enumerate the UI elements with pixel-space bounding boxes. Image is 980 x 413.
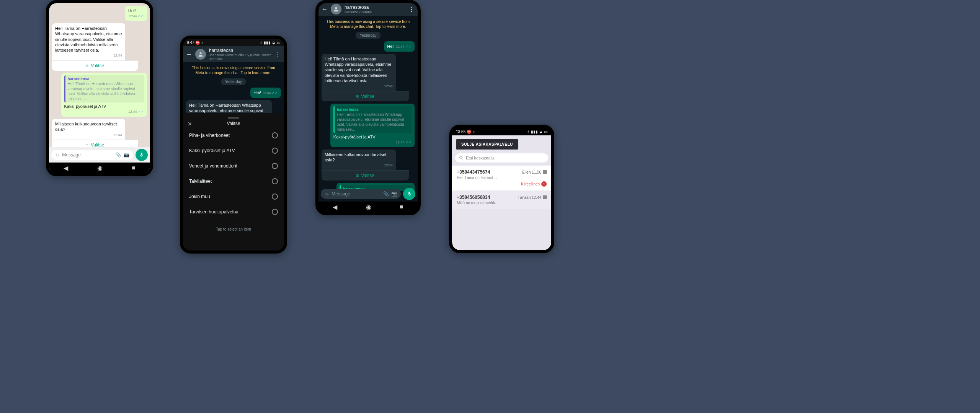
avatar[interactable]	[331, 4, 341, 15]
read-ticks-icon: ✓✓	[138, 110, 144, 114]
sheet-option-3[interactable]: Talvilaitteet	[183, 174, 284, 189]
menu-icon[interactable]: ⋮	[408, 6, 415, 13]
close-customer-service-button[interactable]: SULJE ASIAKASPALVELU	[456, 139, 518, 150]
menu-icon[interactable]: ⋮	[275, 51, 281, 58]
sheet-hint: Tap to select an item	[183, 227, 284, 231]
radio-icon	[272, 178, 278, 184]
sheet-option-4[interactable]: Jokin muu	[183, 189, 284, 204]
read-ticks-icon: ✓✓	[138, 14, 144, 18]
back-icon[interactable]: ←	[186, 51, 192, 58]
sheet-handle[interactable]	[228, 117, 239, 119]
msg-hei-out: Hei! 12:44 ✓✓	[250, 88, 281, 98]
sheet-option-1[interactable]: Kaksi-pyöräiset ja ATV	[183, 143, 284, 158]
svg-point-0	[199, 52, 201, 54]
close-icon[interactable]: ✕	[188, 121, 192, 127]
nav-recent-icon[interactable]: ■	[400, 203, 403, 210]
radio-icon	[272, 148, 278, 154]
nav-home-icon[interactable]: ◉	[366, 203, 371, 211]
android-navbar: ◀ ◉ ■	[49, 163, 150, 173]
message-input[interactable]: ☺ Message 📎 📷	[321, 189, 401, 199]
nav-back-icon[interactable]: ◀	[333, 203, 337, 211]
msg-millaiseen-in: Millaiseen kulkuneuvoon tarvitset osia? …	[322, 150, 396, 170]
business-notice[interactable]: This business is now using a secure serv…	[191, 65, 276, 75]
read-ticks-icon: ✓✓	[405, 45, 412, 49]
msg-intro-in: Hei! Tämä on Harrasteosan Whatsapp varao…	[52, 23, 125, 60]
radio-icon	[272, 193, 278, 200]
radio-icon	[272, 132, 278, 138]
search-input[interactable]: Etsi keskustelu	[455, 153, 548, 163]
sheet-title: Valitse	[227, 121, 240, 126]
nav-home-icon[interactable]: ◉	[97, 164, 103, 172]
day-chip: Yesterday	[221, 78, 246, 85]
valitse-button[interactable]: ≡ Valitse	[52, 60, 138, 71]
conversation-row-1[interactable]: +358456056834 Tänään 12.44 Mikä on mopos…	[452, 191, 551, 209]
read-ticks-icon: ✓✓	[405, 140, 412, 144]
msg-hei-out: Hei! 12:44 ✓✓	[125, 6, 147, 21]
bluetooth-icon: ᚼ	[527, 130, 529, 134]
message-input-bar: ☺ Message 📎 📷	[318, 186, 418, 202]
camera-icon[interactable]: 📷	[391, 191, 397, 197]
bluetooth-icon: ᚼ	[260, 41, 262, 45]
nav-back-icon[interactable]: ◀	[64, 164, 68, 172]
avatar[interactable]	[195, 49, 206, 60]
msg-intro-in: Hei! Tämä on Harrasteosan Whatsapp varao…	[322, 54, 396, 91]
search-icon	[459, 156, 464, 160]
msg-kaksi-out: harrasteosa Hei! Tämä on Harrasteosan Wh…	[330, 104, 415, 147]
emoji-icon[interactable]: ☺	[55, 152, 60, 158]
back-icon[interactable]: ←	[322, 6, 328, 13]
business-notice[interactable]: This business is now using a secure serv…	[326, 19, 410, 29]
svg-point-1	[335, 7, 337, 9]
day-chip: Yesterday	[356, 32, 380, 39]
nav-recent-icon[interactable]: ■	[132, 164, 136, 171]
camera-icon[interactable]: 📷	[124, 152, 129, 158]
phone-dark-chat: ← harrasteosa Business Account ⋮ This bu…	[315, 0, 421, 215]
phone-light-chat: Hei! 12:44 ✓✓ Hei! Tämä on Harrasteosan …	[46, 0, 153, 176]
svg-point-2	[460, 156, 462, 159]
radio-icon	[272, 209, 278, 215]
mic-button[interactable]	[403, 188, 415, 200]
list-icon: ≡	[356, 173, 359, 178]
phone-admin-panel: 13:55 ⛔ ♂ ᚼ▮▮▮⬙▭ SULJE ASIAKASPALVELU Et…	[449, 125, 554, 253]
battery-icon: ▭	[544, 130, 547, 134]
wifi-icon: ⬙	[539, 130, 542, 134]
read-ticks-icon: ✓✓	[272, 91, 278, 95]
message-input-bar: ☺ Message 📎 📷	[49, 147, 150, 163]
conversation-row-0[interactable]: +358443475674 Eilen 11.50 Hei! Tämä on H…	[452, 166, 551, 191]
mic-button[interactable]	[136, 149, 148, 161]
status-bar: 13:55 ⛔ ♂ ᚼ▮▮▮⬙▭	[452, 128, 551, 135]
status-bar: 9:47 ⛔ ♂ ᚼ▮▮▮⬙▭	[183, 39, 284, 46]
contact-subtitle: Joensuun Dieselhuolto Oy (Fixus Cneter J…	[209, 53, 272, 61]
valitse-button[interactable]: ≡ Valitse	[322, 170, 409, 180]
chat-header: ← harrasteosa Business Account ⋮	[318, 3, 418, 16]
android-navbar: ◀ ◉ ■	[318, 202, 418, 212]
valitse-button[interactable]: ≡ Valitse	[322, 91, 409, 101]
contact-name[interactable]: harrasteosa	[345, 5, 405, 10]
emoji-icon[interactable]: ☺	[325, 191, 329, 197]
msg-millaiseen-in: Millaiseen kulkuneuvoon tarvitset osia? …	[52, 119, 125, 140]
chat-header: ← harrasteosa Joensuun Dieselhuolto Oy (…	[183, 46, 284, 62]
svg-line-3	[462, 159, 463, 160]
urgent-label: Kiireellinen	[521, 182, 540, 186]
signal-icon: ▮▮▮	[531, 130, 538, 134]
sheet-option-2[interactable]: Veneet ja venemoottorit	[183, 158, 284, 174]
list-sheet: ✕ Valitse Piha- ja viherkoneet Kaksi-pyö…	[183, 113, 284, 250]
msg-hei-out: Hei! 12:44 ✓✓	[384, 41, 415, 52]
battery-icon: ▭	[277, 41, 280, 45]
sheet-option-5[interactable]: Tarvitsen huoltopalvelua	[183, 204, 284, 220]
signal-icon: ▮▮▮	[264, 41, 271, 45]
radio-icon	[272, 163, 278, 169]
msg-kaksi-out: harrasteosa Hei! Tämä on Harrasteosan Wh…	[61, 73, 147, 117]
message-input[interactable]: ☺ Message 📎 📷	[51, 150, 133, 160]
archive-icon	[543, 170, 547, 174]
sheet-option-0[interactable]: Piha- ja viherkoneet	[183, 128, 284, 143]
contact-name[interactable]: harrasteosa	[209, 48, 272, 53]
contact-subtitle: Business Account	[345, 10, 405, 14]
archive-icon	[543, 195, 547, 199]
phone-dark-list-sheet: 9:47 ⛔ ♂ ᚼ▮▮▮⬙▭ ← harrasteosa Joensuun D…	[180, 36, 287, 254]
list-icon: ≡	[356, 94, 359, 99]
attach-icon[interactable]: 📎	[116, 152, 121, 158]
attach-icon[interactable]: 📎	[383, 191, 389, 197]
list-icon: ≡	[86, 63, 88, 68]
unread-badge: 1	[541, 181, 547, 187]
wifi-icon: ⬙	[272, 41, 275, 45]
